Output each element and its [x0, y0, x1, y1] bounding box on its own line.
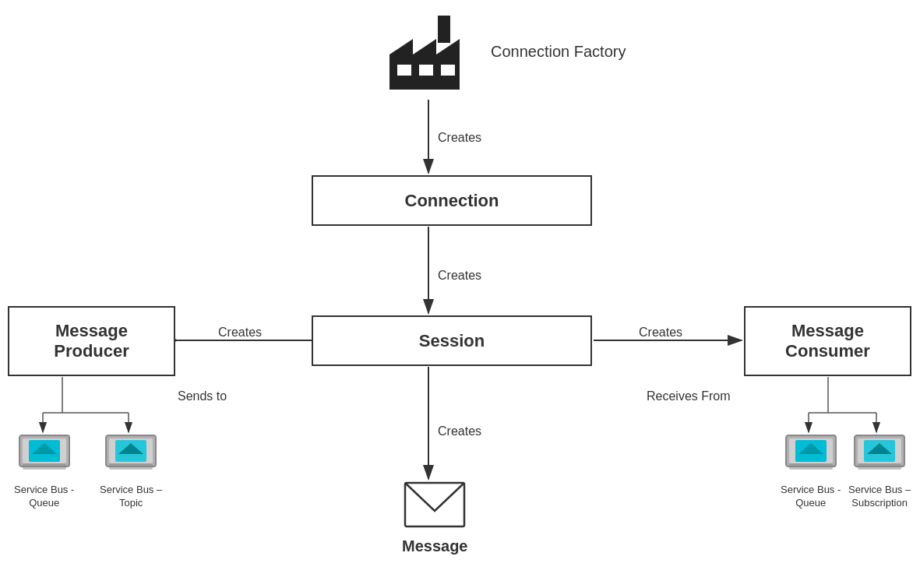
- session-box: Session: [312, 315, 592, 366]
- svg-rect-31: [109, 463, 153, 470]
- factory-label: Connection Factory: [491, 43, 626, 61]
- producer-queue-icon-group: Service Bus -Queue: [14, 432, 74, 510]
- connection-box: Connection: [312, 175, 592, 226]
- sends-to-label: Sends to: [178, 389, 227, 403]
- consumer-box: MessageConsumer: [744, 306, 911, 376]
- producer-queue-label: Service Bus -Queue: [14, 484, 74, 510]
- creates-label-4: Creates: [639, 326, 682, 340]
- svg-rect-21: [438, 16, 450, 43]
- creates-label-2: Creates: [438, 269, 481, 283]
- creates-label-3: Creates: [218, 326, 262, 340]
- svg-rect-19: [419, 65, 433, 76]
- producer-box: MessageProducer: [8, 306, 175, 376]
- consumer-queue-label: Service Bus -Queue: [781, 484, 841, 510]
- message-label: Message: [402, 537, 468, 555]
- producer-label: MessageProducer: [54, 321, 129, 362]
- svg-rect-41: [858, 463, 901, 470]
- svg-rect-18: [397, 65, 411, 76]
- consumer-subscription-icon-group: Service Bus –Subscription: [848, 432, 911, 510]
- svg-rect-42: [405, 483, 464, 526]
- session-label: Session: [419, 331, 485, 351]
- diagram-container: Connection Factory Creates Connection Cr…: [0, 0, 920, 588]
- producer-topic-label: Service Bus –Topic: [100, 484, 162, 510]
- receives-from-label: Receives From: [647, 389, 731, 403]
- creates-label-5: Creates: [438, 424, 481, 438]
- connection-label: Connection: [405, 191, 499, 211]
- message-icon: [404, 481, 466, 528]
- consumer-subscription-label: Service Bus –Subscription: [848, 484, 911, 510]
- svg-rect-26: [23, 463, 66, 470]
- producer-topic-icon-group: Service Bus –Topic: [100, 432, 162, 510]
- svg-rect-20: [441, 65, 455, 76]
- creates-label-1: Creates: [438, 131, 481, 145]
- svg-marker-17: [390, 39, 460, 90]
- consumer-label: MessageConsumer: [785, 321, 870, 362]
- factory-icon: [382, 12, 475, 97]
- svg-rect-36: [789, 463, 833, 470]
- consumer-queue-icon-group: Service Bus -Queue: [781, 432, 841, 510]
